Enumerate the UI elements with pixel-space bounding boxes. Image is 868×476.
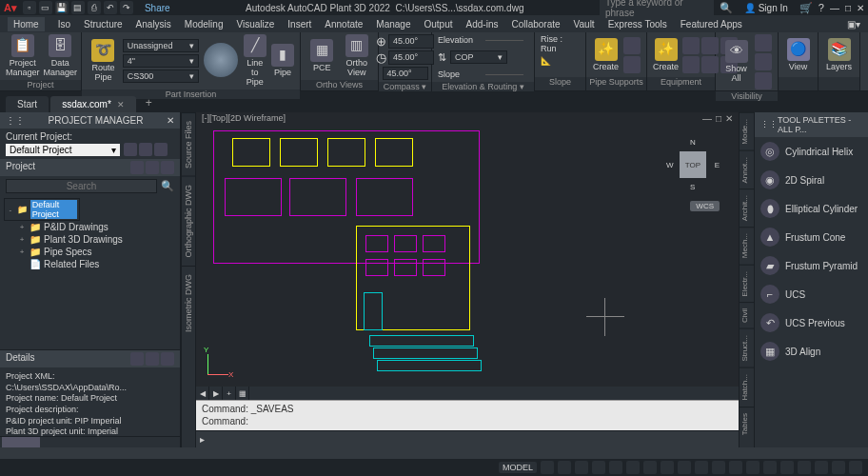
sidetab-ortho[interactable]: Orthographic DWG xyxy=(182,176,195,266)
support-opt-1[interactable] xyxy=(623,37,641,54)
view-button[interactable]: 🔵View xyxy=(784,38,812,72)
create-support-button[interactable]: ✨Create xyxy=(592,38,620,72)
ptab-annot[interactable]: Annot... xyxy=(740,150,754,189)
tool-3dalign[interactable]: ▦3D Align xyxy=(755,337,868,366)
vp-max-icon[interactable]: □ xyxy=(716,113,721,126)
tool-ell-cyl[interactable]: ⬮Elliptical Cylinder xyxy=(755,194,868,223)
layout-add-icon[interactable]: + xyxy=(223,387,236,400)
tree-root[interactable]: -📁Default Project xyxy=(4,198,80,221)
panel-grip-icon[interactable]: ⋮⋮ xyxy=(6,115,25,126)
tree-pid[interactable]: +📁P&ID Drawings xyxy=(4,221,176,233)
command-input[interactable]: ▸ xyxy=(196,430,739,447)
det-2[interactable] xyxy=(146,352,159,366)
elevation-select[interactable]: COP▾ xyxy=(450,50,507,64)
share-link[interactable]: Share xyxy=(145,3,170,13)
ptab-tables[interactable]: Tables xyxy=(740,407,754,441)
layout-prev-icon[interactable]: ◀ xyxy=(196,387,209,400)
viewcube-w[interactable]: W xyxy=(666,161,674,169)
support-opt-2[interactable] xyxy=(623,56,641,73)
ribbon-tab-collaborate[interactable]: Collaborate xyxy=(511,19,560,30)
create-equipment-button[interactable]: ✨Create xyxy=(653,38,679,72)
layers-button[interactable]: 📚Layers xyxy=(824,38,854,72)
layout-next-icon[interactable]: ▶ xyxy=(209,387,223,400)
viewcube-e[interactable]: E xyxy=(715,161,720,169)
close-icon[interactable]: ✕ xyxy=(857,3,864,13)
help-icon[interactable]: ? xyxy=(819,2,824,13)
tool-cyl-helix[interactable]: ◎Cylindrical Helix xyxy=(755,137,868,166)
elev-icon[interactable]: ⇅ xyxy=(438,51,446,64)
tab-start[interactable]: Start xyxy=(6,96,49,112)
det-1[interactable] xyxy=(130,352,144,366)
size-select[interactable]: 4"▾ xyxy=(123,54,199,68)
showall-button[interactable]: 👁Show All xyxy=(721,40,751,84)
data-manager-button[interactable]: 🗄Data Manager xyxy=(44,34,78,78)
ptab-electr[interactable]: Electr... xyxy=(740,265,754,303)
globe-icon[interactable] xyxy=(203,43,239,79)
ptab-mech[interactable]: Mech... xyxy=(740,227,754,264)
ribbon-tab-modeling[interactable]: Modeling xyxy=(185,19,224,30)
ribbon-tab-addins[interactable]: Add-ins xyxy=(466,19,499,30)
ribbon-tab-structure[interactable]: Structure xyxy=(84,19,123,30)
saveas-icon[interactable]: ▤ xyxy=(71,1,85,14)
3dosnap-icon[interactable] xyxy=(695,461,708,474)
h-scrollbar[interactable] xyxy=(0,436,180,447)
tool-ucs-prev[interactable]: ↶UCS Previous xyxy=(755,308,868,337)
filter-icon[interactable] xyxy=(146,161,159,174)
ptab-hatch[interactable]: Hatch... xyxy=(740,367,754,407)
line-to-pipe-button[interactable]: ╱Line to Pipe xyxy=(242,34,267,88)
help-search[interactable]: Type a keyword or phrase xyxy=(600,0,714,19)
current-project-select[interactable]: Default Project▾ xyxy=(6,144,120,156)
vis-2[interactable] xyxy=(755,53,772,70)
ribbon-tab-insert[interactable]: Insert xyxy=(287,19,311,30)
ptab-struct[interactable]: Struct... xyxy=(740,328,754,367)
proj-tool-3[interactable] xyxy=(154,143,168,156)
lweight-icon[interactable] xyxy=(643,461,657,474)
plot-icon[interactable]: ⎙ xyxy=(88,1,101,14)
tool-frustum-cone[interactable]: ▲Frustum Cone xyxy=(755,223,868,251)
tab-close-icon[interactable]: ✕ xyxy=(117,100,125,109)
ribbon-tab-featured[interactable]: Featured Apps xyxy=(681,19,742,30)
customize-icon[interactable] xyxy=(849,461,862,474)
new-icon[interactable]: ▫ xyxy=(23,1,36,14)
dyn-icon[interactable] xyxy=(712,461,725,474)
viewcube-top[interactable]: TOP xyxy=(680,151,706,178)
compass-icon[interactable]: ⊕ xyxy=(376,34,386,49)
grid-icon[interactable] xyxy=(541,461,554,474)
viewcube[interactable]: N S E W TOP xyxy=(666,138,720,191)
tree-related[interactable]: 📄Related Files xyxy=(4,258,176,270)
slope-toggle-icon[interactable]: 📐 xyxy=(541,56,551,66)
redo-icon[interactable]: ↷ xyxy=(120,1,133,14)
transparency-icon[interactable] xyxy=(661,461,674,474)
maximize-icon[interactable]: □ xyxy=(845,3,851,13)
ribbon-tab-output[interactable]: Output xyxy=(424,19,453,30)
refresh-icon[interactable] xyxy=(130,161,144,174)
annot-scale-icon[interactable] xyxy=(746,461,760,474)
tree-plant3d[interactable]: +📁Plant 3D Drawings xyxy=(4,233,176,246)
ribbon-tab-home[interactable]: Home xyxy=(8,17,45,31)
equip-4[interactable] xyxy=(682,56,700,73)
settings-icon[interactable] xyxy=(161,161,174,174)
polar-icon[interactable] xyxy=(592,461,605,474)
slope-field[interactable] xyxy=(485,74,523,75)
proj-tool-2[interactable] xyxy=(139,143,152,156)
vp-min-icon[interactable]: — xyxy=(702,113,712,126)
ribbon-tab-vault[interactable]: Vault xyxy=(574,19,595,30)
pce-button[interactable]: ▦PCE xyxy=(306,39,338,73)
proj-tool-1[interactable] xyxy=(124,143,137,156)
viewcube-n[interactable]: N xyxy=(690,138,696,147)
equip-1[interactable] xyxy=(682,37,700,54)
undo-icon[interactable]: ↶ xyxy=(104,1,117,14)
signin-button[interactable]: 👤 Sign In xyxy=(744,3,788,13)
vis-1[interactable] xyxy=(755,34,772,51)
grip-icon[interactable]: ⋮⋮ xyxy=(760,120,778,129)
ptab-civil[interactable]: Civil xyxy=(740,302,754,328)
ribbon-tab-manage[interactable]: Manage xyxy=(376,19,410,30)
project-search-input[interactable] xyxy=(6,179,157,193)
wcs-label[interactable]: WCS xyxy=(690,201,720,211)
pipe-button[interactable]: ▮Pipe xyxy=(271,44,294,78)
viewport-label[interactable]: [-][Top][2D Wireframe] xyxy=(202,113,286,126)
tab-ssdax[interactable]: ssdax.com*✕ xyxy=(50,96,136,112)
model-button[interactable]: MODEL xyxy=(499,462,537,473)
search-icon[interactable]: 🔍 xyxy=(161,180,174,192)
snap-icon[interactable] xyxy=(558,461,571,474)
